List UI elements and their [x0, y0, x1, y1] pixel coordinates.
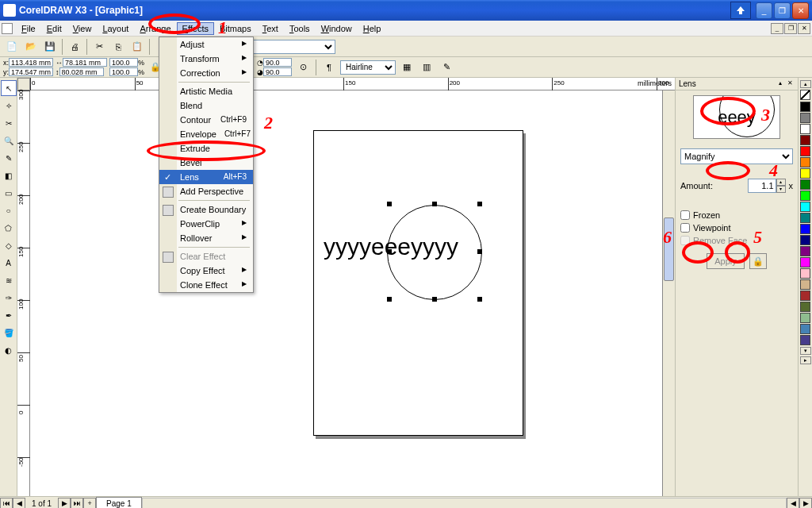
- text-tool[interactable]: A: [1, 255, 17, 271]
- effects-menu-transform[interactable]: Transform▶: [159, 52, 253, 66]
- swatch[interactable]: [800, 202, 810, 212]
- effects-menu-adjust[interactable]: Adjust▶: [159, 37, 253, 52]
- page-next[interactable]: ▶: [58, 498, 71, 509]
- scroll-left[interactable]: ◀: [787, 498, 799, 509]
- selection-handle[interactable]: [477, 249, 482, 254]
- basic-shapes-tool[interactable]: ◇: [1, 237, 17, 253]
- menu-tools[interactable]: Tools: [284, 22, 316, 35]
- effects-menu-artistic-media[interactable]: Artistic Media: [159, 84, 253, 98]
- page-first[interactable]: ⏮: [0, 498, 13, 509]
- swatch-none[interactable]: [800, 90, 810, 100]
- ruler-origin[interactable]: [17, 78, 30, 90]
- mdi-minimize[interactable]: _: [771, 23, 783, 34]
- selection-handle[interactable]: [387, 249, 392, 254]
- effects-menu-extrude[interactable]: Extrude: [159, 141, 253, 156]
- arc-start[interactable]: [263, 58, 292, 67]
- effects-menu-rollover[interactable]: Rollover▶: [159, 231, 253, 245]
- effects-menu-blend[interactable]: Blend: [159, 98, 253, 113]
- scale-x[interactable]: [109, 58, 138, 67]
- minimize-button[interactable]: _: [756, 2, 772, 19]
- to-back[interactable]: ▥: [418, 59, 435, 76]
- apply-button[interactable]: Apply: [707, 253, 745, 269]
- swatch[interactable]: [800, 157, 810, 167]
- selection-handle[interactable]: [477, 297, 482, 302]
- selection-handle[interactable]: [387, 297, 392, 302]
- selection-handle[interactable]: [477, 202, 482, 206]
- outline-width[interactable]: Hairline: [340, 60, 396, 75]
- effects-menu-lens[interactable]: ✓LensAlt+F3: [159, 170, 253, 184]
- amount-field[interactable]: [748, 179, 776, 193]
- y-field[interactable]: [9, 67, 53, 76]
- swatch[interactable]: [800, 124, 810, 134]
- swatch[interactable]: [800, 168, 810, 179]
- swatch[interactable]: [800, 268, 810, 279]
- rectangle-tool[interactable]: ▭: [1, 185, 17, 201]
- palette-up[interactable]: ▴: [800, 80, 811, 88]
- scrollbar-thumb[interactable]: [664, 217, 674, 281]
- cut-button[interactable]: ✂: [90, 38, 108, 56]
- swatch[interactable]: [800, 235, 810, 245]
- menu-edit[interactable]: Edit: [41, 22, 67, 35]
- selection-handle[interactable]: [387, 202, 392, 206]
- effects-menu-copy-effect[interactable]: Copy Effect▶: [159, 264, 253, 278]
- swatch[interactable]: [800, 324, 810, 334]
- palette-down[interactable]: ▾: [800, 347, 811, 355]
- frozen-checkbox[interactable]: [680, 210, 690, 220]
- effects-menu-create-boundary[interactable]: Create Boundary: [159, 202, 253, 217]
- lens-type-select[interactable]: Magnify: [680, 148, 793, 164]
- x-field[interactable]: [9, 58, 53, 67]
- effects-menu-add-perspective[interactable]: Add Perspective: [159, 184, 253, 198]
- swatch[interactable]: [800, 135, 810, 145]
- swatch[interactable]: [800, 335, 810, 345]
- swatch[interactable]: [800, 291, 810, 301]
- outline-tool[interactable]: ✒: [1, 307, 17, 323]
- open-button[interactable]: 📂: [22, 38, 40, 56]
- scrollbar-vertical[interactable]: [662, 90, 675, 496]
- swatch[interactable]: [800, 302, 810, 312]
- swatch[interactable]: [800, 102, 810, 112]
- menu-window[interactable]: Window: [316, 22, 358, 35]
- menu-view[interactable]: View: [67, 22, 98, 35]
- docker-close[interactable]: ✕: [785, 79, 795, 89]
- effects-menu-bevel[interactable]: Bevel: [159, 156, 253, 170]
- eyedropper-tool[interactable]: ✑: [1, 290, 17, 306]
- w-field[interactable]: [63, 58, 107, 67]
- swatch[interactable]: [800, 279, 810, 290]
- effects-menu-clone-effect[interactable]: Clone Effect▶: [159, 278, 253, 292]
- menu-help[interactable]: Help: [358, 22, 387, 35]
- menu-text[interactable]: Text: [257, 22, 284, 35]
- menu-arrange[interactable]: Arrange: [134, 22, 176, 35]
- effects-menu-contour[interactable]: ContourCtrl+F9: [159, 113, 253, 127]
- menu-layout[interactable]: Layout: [97, 22, 134, 35]
- interactive-blend-tool[interactable]: ≋: [1, 272, 17, 288]
- wrap-text[interactable]: ¶: [320, 59, 338, 76]
- selection-handle[interactable]: [432, 202, 437, 206]
- swatch[interactable]: [800, 179, 810, 190]
- swatch[interactable]: [800, 224, 810, 234]
- maximize-button[interactable]: ❐: [774, 2, 791, 19]
- ruler-vertical[interactable]: 300250200150100500-50: [17, 90, 30, 496]
- swatch[interactable]: [800, 246, 810, 256]
- page-last[interactable]: ⏭: [71, 498, 83, 509]
- print-button[interactable]: 🖨: [66, 38, 83, 56]
- zoom-tool[interactable]: 🔍: [1, 133, 17, 148]
- effects-menu-powerclip[interactable]: PowerClip▶: [159, 217, 253, 231]
- to-front[interactable]: ▦: [398, 59, 416, 76]
- copy-button[interactable]: ⎘: [109, 38, 127, 56]
- ellipse-tool[interactable]: ○: [1, 202, 17, 218]
- viewpoint-checkbox[interactable]: [680, 223, 690, 233]
- mdi-icon[interactable]: [2, 23, 13, 34]
- lens-ellipse[interactable]: [387, 205, 482, 300]
- effects-menu-correction[interactable]: Correction▶: [159, 66, 253, 80]
- effects-menu-envelope[interactable]: EnvelopeCtrl+F7: [159, 127, 253, 141]
- scroll-right[interactable]: ▶: [799, 498, 812, 509]
- swatch[interactable]: [800, 113, 810, 123]
- swatch[interactable]: [800, 146, 810, 156]
- save-button[interactable]: 💾: [41, 38, 59, 56]
- selection-handle[interactable]: [432, 297, 437, 302]
- docker-collapse[interactable]: ▴: [776, 79, 785, 89]
- freehand-tool[interactable]: ✎: [1, 150, 17, 166]
- zoom-select[interactable]: [240, 40, 335, 54]
- convert-curves[interactable]: ✎: [438, 59, 455, 76]
- menu-bitmaps[interactable]: Bitmaps: [214, 22, 257, 35]
